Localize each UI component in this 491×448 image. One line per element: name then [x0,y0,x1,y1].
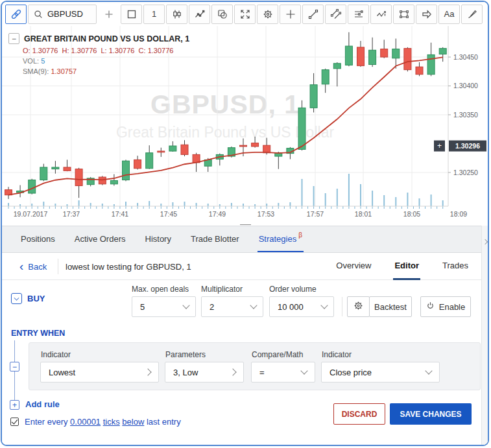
horizontal-levels-icon [353,8,365,20]
back-chevron-icon [19,260,23,272]
indicator2-label: Indicator [322,350,352,359]
reentry-text: Enter every 0.00001 ticks below last ent… [25,417,181,427]
parameters-label: Parameters [165,350,206,359]
instrument-title: GREAT BRITAIN POUND VS US DOLLAR, 1 [24,34,189,43]
settings-button[interactable] [257,5,278,24]
tab-trades[interactable]: Trades [441,253,470,280]
collapse-chevron-icon[interactable] [11,293,22,304]
timeframe-button[interactable]: 1 [143,5,165,24]
add-rule-label[interactable]: Add rule [25,399,60,409]
enable-button[interactable]: Enable [420,296,471,317]
fullscreen-button[interactable] [234,5,256,24]
buy-label: BUY [27,294,45,303]
reentry-checkbox[interactable] [10,418,19,426]
arrow-right-icon [421,8,433,20]
arrow-tool-button[interactable] [416,5,437,24]
objects-button[interactable] [211,5,233,24]
tab-strategies[interactable]: Strategiesβ [257,226,304,252]
chevron-right-icon [483,239,488,244]
reentry-prefix: Enter every [25,417,67,427]
order-volume-select[interactable]: 10 000 [269,296,334,317]
brush-icon [466,8,478,20]
backtest-button[interactable]: Backtest [369,296,412,317]
panel-scrollbar[interactable] [481,226,489,445]
remove-rule-button[interactable] [10,362,19,371]
chevron-right-icon [229,368,236,375]
platform-window: GBPUSD 1 [1,1,489,446]
ohlc-values: O: 1.30776 H: 1.30776 L: 1.30776 C: 1.30… [23,47,189,54]
text-tool-button[interactable]: Aa [438,5,460,24]
chevron-right-icon [144,368,151,375]
indicator-select[interactable]: Lowest [40,362,159,383]
backtest-settings-button[interactable] [347,296,370,317]
svg-text:17:37: 17:37 [63,210,80,218]
price-chart[interactable]: GBPUSD, 1 Great Britain Pound vs US Doll… [2,26,489,224]
tab-overview[interactable]: Overview [335,253,372,280]
sma-line [8,57,443,195]
tab-active-orders[interactable]: Active Orders [73,226,127,252]
add-chart-button[interactable] [98,5,119,24]
power-icon [426,301,435,312]
indicator-label: Indicator [41,350,71,359]
bottom-panel: Positions Active Orders History Trade Bl… [2,224,489,445]
parameters-select[interactable]: 3, Low [165,362,244,383]
add-rule-button[interactable] [10,400,19,410]
chart-toolbar: GBPUSD 1 [2,2,489,26]
discard-button[interactable]: DISCARD [333,403,385,425]
parameters-value: 3, Low [173,368,230,377]
compare-math-label: Compare/Math [252,350,303,359]
enable-label: Enable [439,302,465,312]
parallel-lines-icon [330,8,342,20]
vol-label: VOL: [23,57,39,65]
indicator2-select[interactable]: Close price [321,362,440,383]
chart-link-button[interactable] [5,5,27,24]
symbol-value: GBPUSD [47,9,83,19]
chevron-down-icon [425,367,432,374]
tab-editor[interactable]: Editor [393,253,420,280]
levels-button[interactable] [348,5,369,24]
rectangle-tool-button[interactable] [393,5,414,24]
indicator2-value: Close price [329,368,426,377]
sma-value: 1.30757 [51,67,77,75]
expand-icon [239,8,251,20]
gear-icon [262,8,274,20]
symbol-search-box[interactable]: GBPUSD [28,5,97,24]
compare-math-select[interactable]: = [251,362,315,383]
channel-button[interactable] [325,5,346,24]
strategy-title: lowest low testing for GBPUSD, 1 [66,253,191,280]
plus-icon [103,8,115,20]
svg-text:1.30350: 1.30350 [453,111,478,119]
tab-history[interactable]: History [144,226,173,252]
trendline-button[interactable] [302,5,324,24]
reentry-tick-value[interactable]: 0.00001 [70,417,101,427]
svg-text:1.30250: 1.30250 [453,169,478,176]
back-button[interactable]: Back [19,253,47,280]
save-changes-button[interactable]: SAVE CHANGES [390,403,472,425]
chevron-down-icon [250,301,257,309]
chart-shift-button[interactable] [121,5,142,24]
tab-positions[interactable]: Positions [19,226,56,252]
indicators-button[interactable] [189,5,210,24]
max-open-deals-label: Max. open deals [132,285,189,294]
svg-text:+: + [437,141,442,150]
reentry-option: Enter every 0.00001 ticks below last ent… [10,417,181,427]
max-open-deals-select[interactable]: 5 [132,296,196,317]
svg-text:18:01: 18:01 [355,210,372,218]
multiplicator-select[interactable]: 2 [201,296,263,317]
chart-type-button[interactable] [166,5,187,24]
crosshair-button[interactable] [280,5,301,24]
wave-tool-button[interactable] [370,5,392,24]
trendline-icon [307,8,319,20]
panel-tabs: Positions Active Orders History Trade Bl… [2,226,489,253]
reentry-direction-link[interactable]: below [122,417,144,427]
chevron-down-icon [300,367,307,374]
svg-text:1.30296: 1.30296 [455,142,480,150]
time-axis-labels: 19.07.201717:3717:4117:4517:4917:5317:57… [14,210,468,218]
buy-section-toggle[interactable]: BUY [11,293,45,304]
svg-text:1.30450: 1.30450 [453,53,478,61]
brush-tool-button[interactable] [461,5,483,24]
tab-trade-blotter[interactable]: Trade Blotter [189,226,241,252]
legend-collapse-icon[interactable] [8,33,19,44]
chevron-down-icon [320,301,328,309]
reentry-ticks-link[interactable]: ticks [103,417,120,427]
